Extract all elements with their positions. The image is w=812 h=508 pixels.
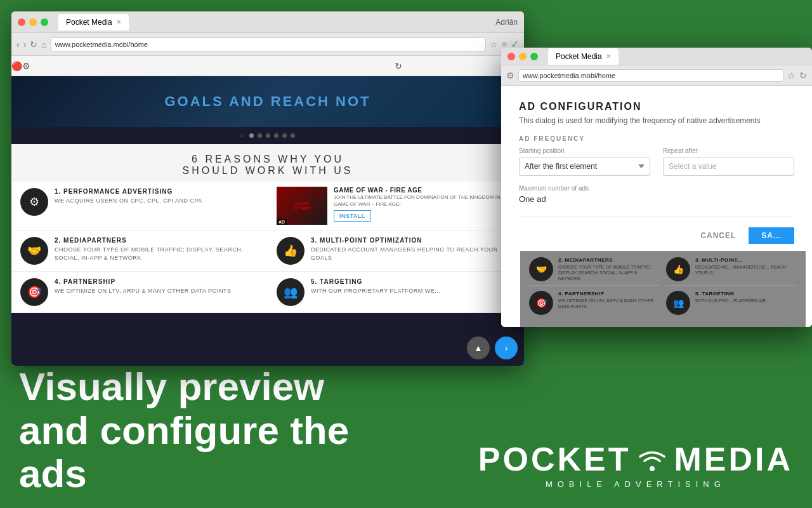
b2-bookmark-icon[interactable]: ☆ [787,70,796,81]
extension-bar: 🔴 ⚙ ↻ ✓ [11,56,524,76]
b2-card-partnership: 🎯 4. PARTNERSHIP WE OPTIMIZE ON LTV, ARP… [529,291,660,315]
browser1-tab[interactable]: Pocket Media ✕ [58,14,129,30]
repeat-after-placeholder: Select a value [669,162,716,171]
ad-content: GAME OF WAR - FIRE AGE JOIN THE ULTIMATE… [334,187,515,222]
dot-2[interactable] [258,133,262,138]
tab-area: Pocket Media ✕ [58,14,492,30]
ext-icon-settings[interactable]: ⚙ [22,61,30,71]
partnership-icon: 🎯 [20,278,48,306]
multipoint-text: 3. MULTI-POINT OPTIMIZATION DEDICATED AC… [311,237,515,262]
max-ads-value: One ad [519,194,794,204]
forward-button[interactable]: › [23,39,27,50]
address-bar[interactable]: www.pocketmedia.mobi/home [51,37,486,51]
b2-cards-row-2: 🎯 4. PARTNERSHIP WE OPTIMIZE ON LTV, ARP… [529,291,797,315]
repeat-after-field: Repeat after Select a value [663,147,794,176]
ad-badge: AD [277,219,287,225]
multipoint-desc: DEDICATED ACCOUNT MANAGERS HELPING TO RE… [311,246,515,262]
targeting-icon: 👥 [277,278,304,306]
b2-close-button[interactable] [508,53,515,60]
svg-point-0 [650,466,655,471]
card-performance: ⚙ 1. PERFORMANCE ADVERTISING WE ACQUIRE … [11,182,268,231]
b2-tab-area: Pocket Media ✕ [548,48,806,65]
ad-image: GAMEOF WAR AD [277,187,327,225]
b2-targeting-title: 5. TARGETING [695,291,769,297]
multipoint-icon: 👍 [277,237,304,265]
b2-reload-button[interactable]: ↻ [799,70,807,81]
dialog-subtitle: This dialog is used for modifying the fr… [519,116,794,125]
dialog-frequency-row: Starting position After the first elemen… [519,147,794,176]
browser2-toolbar: ⚙ www.pocketmedia.mobi/home ☆ ↻ [501,65,812,86]
browser2-website-area: 🤝 2. MEDIAPARTNERS CHOOSE YOUR TYPE OF M… [520,251,806,327]
dot-5[interactable] [282,133,287,138]
hero-line1: Visually preview [19,365,349,408]
ext-icon-reload[interactable]: ↻ [395,61,402,71]
performance-title: 1. PERFORMANCE ADVERTISING [55,188,202,195]
pocket-media-logo: POCKET MEDIA MOBILE ADVERTISING [478,440,793,489]
minimize-button[interactable] [29,18,37,26]
dots-navigation: › [11,127,524,144]
browser2-titlebar: Pocket Media ✕ [501,48,812,65]
b2-targeting-desc: WITH OUR PRO... PLATFORM WE... [695,298,769,304]
install-button[interactable]: INSTALL [334,210,371,222]
b2-targeting-icon: 👥 [666,291,690,315]
b2-tab-label: Pocket Media [556,52,602,61]
reasons-title: 6 REASONS WHY YOUSHOULD WORK WITH US [24,154,511,177]
dialog-buttons: CANCEL SA... [519,217,794,244]
back-button[interactable]: ‹ [16,39,20,50]
tab-close-button[interactable]: ✕ [116,18,121,25]
performance-text: 1. PERFORMANCE ADVERTISING WE ACQUIRE US… [55,188,202,205]
close-button[interactable] [18,18,25,26]
reload-button[interactable]: ↻ [30,39,37,50]
card-multipoint: 👍 3. MULTI-POINT OPTIMIZATION DEDICATED … [268,231,524,272]
repeat-after-label: Repeat after [663,147,794,154]
dot-3[interactable] [266,133,270,138]
website-content: GOALS AND REACH NOT › 6 REASONS WHY YOUS… [11,76,524,366]
performance-icon: ⚙ [20,188,48,216]
hero-title: GOALS AND REACH NOT [164,93,370,110]
hero-text: Visually preview and configure the ads [19,365,349,495]
b2-address-bar[interactable]: www.pocketmedia.mobi/home [518,69,783,82]
save-button[interactable]: SA... [749,227,794,244]
dot-4[interactable] [274,133,278,138]
starting-position-label: Starting position [519,147,650,154]
b2-minimize-button[interactable] [519,53,527,60]
hero-line2: and configure the [19,409,349,452]
b2-multipoint-title: 3. MULTI-POINT... [695,257,797,263]
ad-title: GAME OF WAR - FIRE AGE [334,187,515,194]
b2-maximize-button[interactable] [530,53,538,60]
logo-text: POCKET MEDIA [478,440,793,478]
dot-6[interactable] [291,133,295,138]
cancel-button[interactable]: CANCEL [693,227,743,244]
dot-1[interactable] [249,133,254,138]
float-buttons: ▲ › [467,337,518,359]
browser1-toolbar: ‹ › ↻ ⌂ www.pocketmedia.mobi/home ☆ ≡ ✓ [11,33,524,56]
card-mediapartners: 🤝 2. MEDIAPARTNERS CHOOSE YOUR TYPE OF M… [11,231,268,272]
dialog-title: AD CONFIGURATION [519,101,794,112]
starting-position-field: Starting position After the first elemen… [519,147,650,176]
b2-card-mediapartners: 🤝 2. MEDIAPARTNERS CHOOSE YOUR TYPE OF M… [529,257,660,286]
b2-settings-icon[interactable]: ⚙ [506,70,514,81]
logo-part2: MEDIA [674,440,793,478]
b2-card-targeting: 👥 5. TARGETING WITH OUR PRO... PLATFORM … [666,291,797,315]
mediapartners-text: 2. MEDIAPARTNERS CHOOSE YOUR TYPE OF MOB… [55,237,259,262]
partnership-title: 4. PARTNERSHIP [55,278,232,285]
b2-mediapartners-text: 2. MEDIAPARTNERS CHOOSE YOUR TYPE OF MOB… [558,257,660,281]
starting-position-select[interactable]: After the first element [519,157,650,176]
b2-multipoint-text: 3. MULTI-POINT... DEDICATED AC... MANAGE… [695,257,797,276]
b2-mediapartners-icon: 🤝 [529,257,553,281]
browser1-titlebar: Pocket Media ✕ Adrián [11,11,524,33]
mediapartners-title: 2. MEDIAPARTNERS [55,237,259,244]
bookmark-button[interactable]: ☆ [490,39,498,50]
repeat-after-select[interactable]: Select a value [663,157,794,176]
maximize-button[interactable] [41,18,48,26]
scroll-up-button[interactable]: ▲ [467,337,490,359]
cards-grid: ⚙ 1. PERFORMANCE ADVERTISING WE ACQUIRE … [11,182,524,313]
next-button[interactable]: › [495,337,518,359]
b2-multipoint-desc: DEDICATED AC... MANAGERS HE... REACH YOU… [695,264,797,276]
home-button[interactable]: ⌂ [41,39,46,50]
b2-targeting-text: 5. TARGETING WITH OUR PRO... PLATFORM WE… [695,291,769,304]
b2-tab-close-button[interactable]: ✕ [606,53,611,60]
ext-icon-1: 🔴 [11,61,22,71]
ad-description: JOIN THE ULTIMATE BATTLE FOR DOMINATION … [334,194,515,208]
browser2-tab[interactable]: Pocket Media ✕ [548,48,619,65]
